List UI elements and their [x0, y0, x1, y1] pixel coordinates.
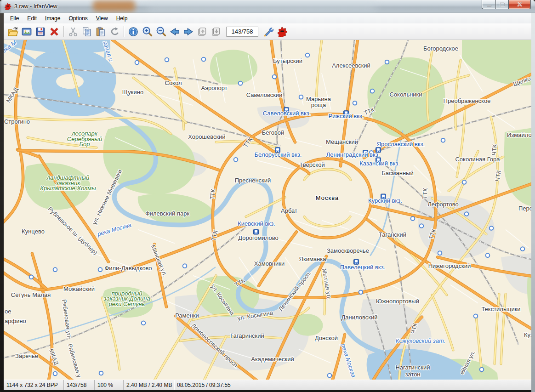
- previous-image-button[interactable]: [168, 25, 182, 39]
- metro-station-icon: [465, 212, 469, 216]
- copy-icon: [81, 26, 92, 37]
- copy-button[interactable]: [80, 25, 94, 39]
- metro-station-icon: [234, 158, 238, 162]
- next-image-button[interactable]: [182, 25, 195, 39]
- map-label: Кунцево: [22, 228, 45, 235]
- map-label: Савеловский вкз.: [263, 110, 311, 117]
- map-label: Москва: [316, 194, 339, 201]
- map-label: Сетунь Малая: [11, 291, 51, 298]
- metro-station-icon: [29, 275, 34, 279]
- arrow-left-icon: [169, 26, 180, 37]
- page-down-button[interactable]: [209, 25, 223, 39]
- save-button[interactable]: [34, 25, 47, 39]
- map-label: Хамовники: [254, 260, 285, 267]
- delete-icon: [49, 26, 60, 37]
- menu-item-edit[interactable]: Edit: [23, 14, 41, 23]
- map-label: Ярославский вкз.: [377, 141, 425, 148]
- undo-button[interactable]: [108, 25, 121, 39]
- metro-station-icon: [370, 89, 375, 93]
- zoom-out-button[interactable]: [154, 25, 168, 39]
- map-label: Павелецкий вкз.: [340, 264, 385, 271]
- metro-station-icon: [385, 60, 389, 64]
- metro-station-icon: [306, 53, 310, 57]
- metro-station-icon: [142, 321, 146, 325]
- minimize-button[interactable]: [482, 0, 496, 9]
- map-label: Фили-Давыдково: [104, 265, 152, 272]
- status-file-size: 2.40 MB / 2.40 MB: [124, 380, 174, 390]
- maximize-icon: [500, 2, 505, 7]
- map-label: Щукино: [122, 89, 143, 96]
- slideshow-icon: [21, 26, 32, 37]
- map-label: Мещанский: [326, 138, 358, 145]
- map-label: Заречье: [15, 352, 38, 359]
- image-canvas[interactable]: МКАДМКАДТТКТТКТТКТТКТТКТТКТТКЧТКЧТКЧТКЩе…: [4, 40, 531, 380]
- slideshow-button[interactable]: [20, 25, 34, 39]
- map-label: Соколиная Гора: [455, 156, 500, 163]
- map-label: Академический: [251, 356, 294, 363]
- metro-station-icon: [99, 371, 103, 375]
- metro-station-icon: [486, 253, 490, 257]
- page-counter-input[interactable]: [226, 27, 258, 37]
- map-label: Лефортово: [427, 201, 459, 208]
- map-label: Казанский вкз.: [359, 160, 400, 167]
- map-label: ТТК: [209, 188, 217, 200]
- map-label: Сокольники: [389, 91, 422, 98]
- status-file-datetime: 08.05.2015 / 09:37:55: [174, 380, 531, 390]
- metro-station-icon: [521, 247, 525, 251]
- toolbar-separator: [124, 26, 124, 37]
- rail-terminal-icon: [254, 229, 259, 234]
- map-label: Кузьминки: [524, 331, 531, 338]
- toolbar: [4, 23, 531, 40]
- status-page-counter: 143/758: [64, 380, 95, 390]
- map-label: Сокол: [165, 80, 182, 86]
- zoom-in-button[interactable]: [140, 25, 154, 39]
- map-label: Перово: [518, 205, 531, 212]
- map-label: Киевский вкз.: [238, 220, 275, 227]
- metro-station-icon: [239, 81, 243, 85]
- minimize-icon: [486, 2, 492, 7]
- menu-item-image[interactable]: Image: [41, 14, 64, 23]
- irfanview-properties-button[interactable]: [275, 25, 289, 39]
- map-label: Гагаринский: [230, 332, 264, 339]
- map-label: Ленинградский вкз.: [326, 151, 380, 158]
- metro-station-icon: [353, 101, 357, 105]
- map-label: Белорусский вкз.: [255, 151, 302, 158]
- map-label: Донской: [315, 335, 338, 341]
- map-label: Южнопортовый: [376, 298, 419, 305]
- status-image-dimensions: 1144 x 732 x 24 BPP: [4, 380, 64, 390]
- map-label: Текстильщики: [481, 306, 520, 312]
- title-bar[interactable]: 3.raw - IrfanView: [0, 0, 535, 13]
- page-up-button[interactable]: [195, 25, 209, 39]
- map-label: Якиманка: [299, 256, 327, 262]
- delete-button[interactable]: [47, 25, 61, 39]
- paste-button[interactable]: [94, 25, 108, 39]
- map-label: арфино: [5, 318, 26, 324]
- metro-station-icon: [438, 251, 442, 255]
- menu-item-options[interactable]: Options: [64, 14, 91, 23]
- save-icon: [35, 26, 46, 37]
- metro-station-icon: [462, 180, 467, 184]
- metro-station-icon: [273, 75, 277, 79]
- map-label: ТТК: [421, 187, 429, 199]
- close-button[interactable]: [508, 0, 531, 9]
- tools-button[interactable]: [262, 25, 275, 39]
- page-down-icon: [211, 26, 222, 37]
- cut-button[interactable]: [66, 25, 80, 39]
- open-folder-icon: [7, 26, 18, 37]
- open-folder-button[interactable]: [6, 25, 20, 39]
- zoom-in-icon: [142, 26, 153, 37]
- metro-station-icon: [98, 267, 102, 272]
- menu-item-view[interactable]: View: [92, 14, 112, 23]
- aero-glass-highlight: [147, 2, 377, 11]
- map-label: ое: [5, 308, 11, 315]
- map-label: реки Сетунь: [108, 301, 145, 307]
- close-icon: [517, 1, 523, 7]
- maximize-button[interactable]: [496, 0, 508, 9]
- paste-icon: [95, 26, 106, 37]
- menu-item-help[interactable]: Help: [112, 14, 132, 23]
- info-button[interactable]: [126, 25, 140, 39]
- menu-item-file[interactable]: File: [6, 14, 23, 23]
- metro-station-icon: [489, 226, 494, 230]
- map-label: затон: [405, 371, 420, 378]
- map-label: Преображенское: [444, 97, 491, 104]
